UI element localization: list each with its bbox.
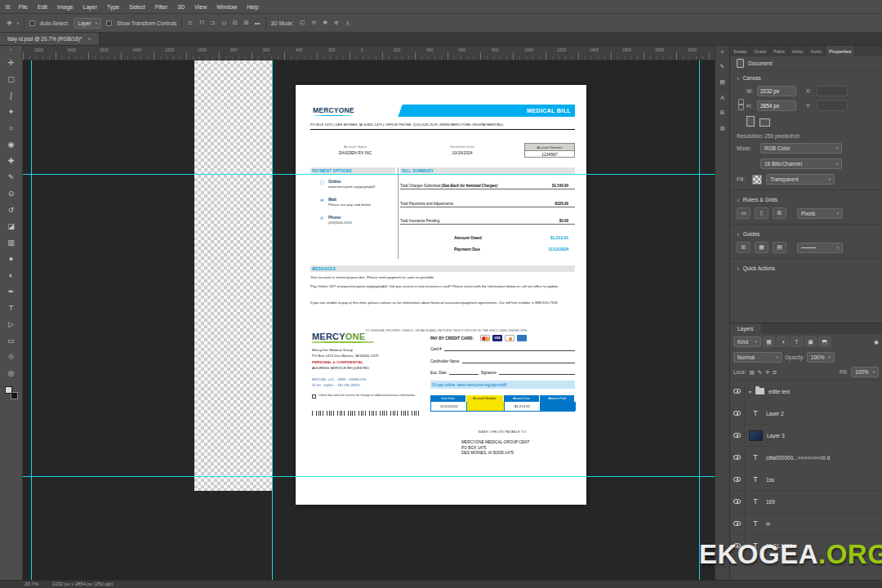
filter-type-layers-icon[interactable]: T bbox=[791, 336, 803, 347]
tool-rectangular-marquee[interactable]: ▢ bbox=[3, 71, 20, 87]
show-transform-checkbox[interactable] bbox=[106, 20, 112, 26]
swatches-panel-icon[interactable]: ▤ bbox=[719, 79, 725, 86]
tool-healing-brush[interactable]: ✚ bbox=[3, 153, 20, 169]
tool-clone-stamp[interactable]: ⊙ bbox=[3, 185, 20, 202]
menu-edit[interactable]: Edit bbox=[33, 4, 52, 10]
document-tab[interactable]: Italy id.psd @ 20.7% (RGB/16)* × bbox=[0, 33, 100, 45]
tab-histogram[interactable]: Histo bbox=[789, 46, 808, 56]
color-swatches[interactable] bbox=[5, 386, 18, 399]
tool-preset-caret-icon[interactable]: ▾ bbox=[17, 21, 19, 25]
tool-history-brush[interactable]: ↺ bbox=[3, 202, 20, 218]
layer-visibility-toggle[interactable] bbox=[730, 491, 745, 512]
zoom-level[interactable]: 20.7% bbox=[24, 581, 38, 586]
tool-zoom[interactable]: ◎ bbox=[3, 365, 20, 381]
tool-eyedropper[interactable]: ◉ bbox=[3, 136, 20, 153]
guides-section-header[interactable]: ∨ Guides bbox=[730, 227, 882, 239]
tool-move[interactable]: ✛ bbox=[3, 55, 20, 71]
tool-shape[interactable]: ▭ bbox=[3, 332, 20, 349]
layer-visibility-toggle[interactable] bbox=[730, 513, 745, 534]
tab-patterns[interactable]: Patte bbox=[770, 46, 789, 56]
menu-filter[interactable]: Filter bbox=[150, 4, 173, 10]
guide-vertical[interactable] bbox=[699, 60, 700, 580]
guide-vertical[interactable] bbox=[272, 60, 273, 580]
guide-layout-icon[interactable]: ⊞ bbox=[737, 242, 751, 253]
guide-horizontal[interactable] bbox=[23, 476, 715, 477]
canvas-width-input[interactable]: 2232 px bbox=[757, 86, 796, 96]
quick-actions-section-header[interactable]: ∨ Quick Actions bbox=[730, 261, 882, 274]
info-panel-icon[interactable]: ⊞ bbox=[720, 109, 725, 116]
foreground-color-swatch[interactable] bbox=[5, 386, 12, 394]
blend-mode-select[interactable]: Normal▾ bbox=[733, 352, 782, 363]
tool-lasso[interactable]: ʃ bbox=[3, 87, 20, 104]
canvas-section-header[interactable]: ∨ Canvas bbox=[730, 71, 882, 83]
menu-type[interactable]: Type bbox=[102, 4, 124, 10]
lock-transparency-icon[interactable]: ▨ bbox=[750, 369, 755, 376]
bit-depth-select[interactable]: 16 Bits/Channel▾ bbox=[760, 158, 842, 169]
character-panel-icon[interactable]: A bbox=[720, 95, 724, 100]
auto-select-target-select[interactable]: Layer▾ bbox=[74, 18, 101, 29]
filter-pixel-layers-icon[interactable]: ▦ bbox=[763, 336, 775, 347]
tool-magic-wand[interactable]: ✦ bbox=[3, 104, 20, 120]
lock-position-icon[interactable]: ✛ bbox=[765, 369, 769, 376]
menu-window[interactable]: Window bbox=[212, 4, 242, 10]
lock-pixels-icon[interactable]: ✎ bbox=[758, 369, 762, 376]
portrait-orientation-icon[interactable] bbox=[746, 116, 755, 127]
guide-vertical[interactable] bbox=[31, 60, 32, 580]
landscape-orientation-icon[interactable] bbox=[760, 118, 770, 127]
tab-layers[interactable]: Layers bbox=[730, 323, 761, 334]
layer-row-group[interactable]: ▾ edite text bbox=[730, 381, 882, 403]
3d-mode-slide-icon[interactable]: ⊕ bbox=[333, 20, 340, 26]
layer-visibility-toggle[interactable] bbox=[730, 425, 745, 446]
medical-bill-document[interactable]: MERCYONE MEDICAL BILL PO BOX 1475 | DES … bbox=[296, 85, 586, 505]
expand-panels-icon[interactable]: » bbox=[721, 49, 724, 55]
filter-smart-objects-icon[interactable]: ⬒ bbox=[818, 336, 831, 347]
units-select[interactable]: Pixels▾ bbox=[797, 208, 843, 219]
align-right-icon[interactable]: ⊐ bbox=[210, 20, 216, 26]
opacity-select[interactable]: 100%▾ bbox=[807, 352, 835, 363]
layer-row[interactable]: T 169 bbox=[730, 491, 882, 513]
tool-crop[interactable]: ⌗ bbox=[3, 120, 20, 136]
ruler-icon[interactable]: ▭ bbox=[737, 207, 751, 219]
layer-fill-select[interactable]: 100%▾ bbox=[851, 367, 879, 377]
layer-visibility-toggle[interactable] bbox=[730, 403, 745, 424]
tab-swatches[interactable]: Swats bbox=[730, 46, 751, 56]
layer-visibility-toggle[interactable] bbox=[730, 381, 745, 402]
fill-swatch[interactable] bbox=[752, 175, 762, 185]
tab-actions[interactable]: Actio bbox=[808, 46, 826, 56]
3d-mode-drag-icon[interactable]: ✥ bbox=[322, 20, 328, 26]
guide-style-select[interactable]: ▾ bbox=[797, 243, 843, 253]
canvas-height-input[interactable]: 2854 px bbox=[757, 100, 796, 111]
align-middle-icon[interactable]: ⊟ bbox=[232, 20, 238, 26]
layer-filter-kind-select[interactable]: Kind▾ bbox=[733, 336, 761, 347]
auto-select-checkbox[interactable] bbox=[29, 20, 35, 26]
layer-row[interactable]: Layer 3 bbox=[730, 425, 882, 447]
3d-mode-roll-icon[interactable]: ⟲ bbox=[310, 20, 317, 26]
menu-layer[interactable]: Layer bbox=[78, 4, 103, 10]
tool-eraser[interactable]: ◪ bbox=[3, 218, 20, 234]
align-bottom-icon[interactable]: ⊞ bbox=[243, 20, 250, 26]
layer-row[interactable]: T 1ss bbox=[730, 469, 882, 491]
guide-clear-icon[interactable]: ▤ bbox=[773, 242, 786, 253]
tool-brush[interactable]: ✎ bbox=[3, 169, 20, 185]
tab-gradients[interactable]: Gradi bbox=[751, 46, 770, 56]
tool-pen[interactable]: ✒ bbox=[3, 283, 20, 300]
menu-select[interactable]: Select bbox=[124, 4, 149, 10]
tool-gradient[interactable]: ▥ bbox=[3, 234, 20, 251]
horizontal-ruler[interactable]: 2000 1800 1600 1400 1200 1000 800 600 40… bbox=[23, 46, 715, 60]
menu-file[interactable]: File bbox=[14, 4, 33, 10]
filter-toggle-icon[interactable]: ◉ bbox=[874, 339, 879, 345]
guide-lock-icon[interactable]: ▦ bbox=[755, 242, 768, 253]
tool-hand[interactable]: ⟐ bbox=[3, 349, 20, 365]
align-center-icon[interactable]: ⊓ bbox=[198, 20, 204, 26]
align-left-icon[interactable]: ⊏ bbox=[187, 20, 194, 26]
3d-mode-scale-icon[interactable]: ◬ bbox=[345, 20, 350, 26]
filter-shape-layers-icon[interactable]: ▣ bbox=[804, 336, 817, 347]
lock-all-icon[interactable]: ◘ bbox=[773, 369, 777, 375]
fill-select[interactable]: Transparent▾ bbox=[766, 174, 835, 185]
rulers-grids-section-header[interactable]: ∨ Rulers & Grids bbox=[730, 193, 882, 205]
menu-3d[interactable]: 3D bbox=[172, 4, 189, 10]
layer-row[interactable]: T Layer 2 bbox=[730, 403, 882, 425]
menu-image[interactable]: Image bbox=[52, 4, 78, 10]
more-options-icon[interactable]: ••• bbox=[255, 20, 261, 26]
close-icon[interactable]: × bbox=[88, 36, 91, 42]
